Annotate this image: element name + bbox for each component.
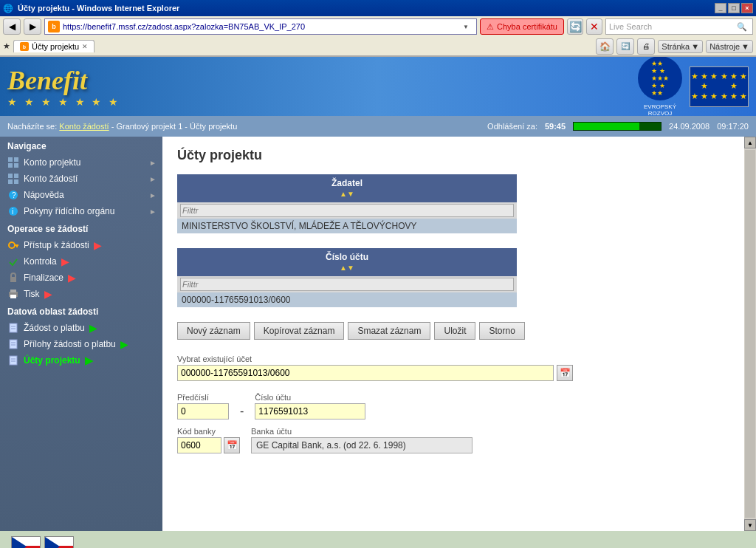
- doc-icon-3: [7, 355, 19, 366]
- sidebar-data-title: Datová oblast žádosti: [0, 302, 162, 320]
- url-text: https://benefit7.mssf.cz/zadost.aspx?zal…: [63, 22, 463, 31]
- calendar-icon: 📅: [560, 368, 571, 378]
- breadcrumb-date: 24.09.2008: [669, 122, 709, 131]
- scroll-down-button[interactable]: ▼: [744, 519, 756, 531]
- svg-rect-1: [14, 157, 18, 162]
- sidebar-label: Pokyny řídícího orgánu: [24, 206, 114, 216]
- cislo-uctu-filter-input[interactable]: [180, 278, 514, 291]
- title-bar: 🌐 Účty projektu - Windows Internet Explo…: [0, 0, 756, 16]
- form-section: Vybrat existující účet 📅 Předčíslí - Čís…: [177, 355, 729, 453]
- address-dropdown-arrow[interactable]: ▼: [463, 24, 473, 30]
- copy-record-button[interactable]: Kopírovat záznam: [254, 322, 345, 340]
- sort-arrows-icon[interactable]: ▲▼: [340, 190, 354, 198]
- sidebar-item-konto-projektu[interactable]: Konto projektu ►: [0, 154, 162, 171]
- sidebar-label: Konto žádostí: [24, 174, 78, 184]
- sidebar-item-kontrola[interactable]: Kontrola ▶: [0, 253, 162, 270]
- sidebar-label: Kontrola: [24, 256, 57, 267]
- sidebar-item-prilohy[interactable]: Přílohy žádosti o platbu ▶: [0, 336, 162, 352]
- sidebar-arrow-icon: ►: [149, 208, 157, 216]
- kod-banky-input[interactable]: [177, 437, 221, 453]
- select-account-input[interactable]: [177, 365, 554, 381]
- svg-rect-3: [14, 163, 18, 168]
- footer-bar: [0, 531, 756, 548]
- dash-separator: -: [240, 405, 244, 419]
- sidebar-item-konto-zadosti[interactable]: Konto žádostí ►: [0, 171, 162, 187]
- breadcrumb-item3: Účty projektu: [190, 122, 237, 131]
- sidebar-item-pristup[interactable]: Přístup k žádosti ▶: [0, 237, 162, 253]
- cislo-uctu-form-label: Číslo účtu: [255, 393, 365, 402]
- cert-error-button[interactable]: ⚠ Chyba certifikátu: [480, 18, 564, 35]
- cislo-uctu-input[interactable]: [255, 403, 365, 419]
- lock-icon: [7, 272, 19, 284]
- sidebar-item-zadost-platbu[interactable]: Žádost o platbu ▶: [0, 320, 162, 336]
- svg-text:i: i: [12, 208, 13, 216]
- scroll-up-button[interactable]: ▲: [744, 137, 756, 148]
- session-label: Odhlášení za:: [487, 122, 537, 131]
- page-header: Benefit ★ ★ ★ ★ ★ ★ ★ ★★★ ★★★★★ ★★★ EVRO…: [0, 57, 756, 116]
- predcisli-input[interactable]: [177, 403, 229, 419]
- sidebar-label: Finalizace: [24, 273, 63, 283]
- doc-icon: [7, 322, 19, 334]
- tab-close-button[interactable]: ✕: [82, 43, 88, 50]
- sidebar-item-napoveda[interactable]: ? Nápověda ►: [0, 187, 162, 203]
- sort-arrows-2-icon[interactable]: ▲▼: [340, 264, 354, 272]
- sidebar-item-ucty-projektu[interactable]: Účty projektu ▶: [0, 352, 162, 369]
- cert-error-label: Chyba certifikátu: [497, 22, 557, 31]
- forward-button[interactable]: ▶: [24, 18, 41, 35]
- refresh-small-button[interactable]: 🔄: [616, 38, 634, 55]
- new-record-button[interactable]: Nový záznam: [177, 322, 250, 340]
- page-title: Účty projektu: [177, 148, 729, 163]
- breadcrumb-link1[interactable]: Konto žádostí: [59, 122, 109, 131]
- favorites-star-button[interactable]: ★: [3, 41, 10, 51]
- close-button[interactable]: ×: [741, 3, 753, 13]
- action-buttons-row: Nový záznam Kopírovat záznam Smazat zázn…: [177, 322, 729, 340]
- zadatel-header: Žadatel ▲▼: [177, 174, 517, 202]
- session-progress-bar: [573, 122, 662, 131]
- sidebar-item-tisk[interactable]: Tisk ▶: [0, 286, 162, 302]
- svg-rect-19: [10, 323, 17, 332]
- page-menu-button[interactable]: Stránka ▼: [658, 40, 703, 53]
- cancel-button[interactable]: Storno: [479, 322, 524, 340]
- print-button[interactable]: 🖨: [637, 38, 655, 55]
- banka-uctu-label: Banka účtu: [251, 427, 472, 436]
- window-title: Účty projektu - Windows Internet Explore…: [18, 4, 179, 13]
- back-button[interactable]: ◀: [3, 18, 21, 35]
- sidebar-item-finalizace[interactable]: Finalizace ▶: [0, 270, 162, 286]
- bank-code-picker-button[interactable]: 📅: [224, 437, 240, 453]
- print-icon: [7, 288, 19, 300]
- address-bar[interactable]: b https://benefit7.mssf.cz/zadost.aspx?z…: [44, 18, 477, 35]
- sidebar-arrow-icon: ►: [149, 175, 157, 183]
- content-area: Účty projektu Žadatel ▲▼ MINISTERSTVO ŠK…: [162, 137, 744, 531]
- save-button[interactable]: Uložit: [434, 322, 475, 340]
- predcisli-label: Předčíslí: [177, 393, 229, 402]
- tools-menu-button[interactable]: Nástroje ▼: [706, 40, 753, 53]
- svg-rect-15: [10, 277, 16, 282]
- maximize-button[interactable]: □: [728, 3, 740, 13]
- browser-tab[interactable]: b Účty projektu ✕: [13, 40, 94, 52]
- check-icon: [7, 256, 19, 267]
- minimize-button[interactable]: _: [715, 3, 726, 13]
- sidebar-red-arrow-icon: ▶: [61, 256, 69, 267]
- sidebar-label: Přílohy žádosti o platbu: [24, 339, 116, 349]
- calendar-button[interactable]: 📅: [557, 365, 573, 381]
- doc-icon-2: [7, 338, 19, 350]
- delete-record-button[interactable]: Smazat záznam: [348, 322, 430, 340]
- scrollbar[interactable]: ▲ ▼: [744, 137, 756, 531]
- stop-button[interactable]: ✕: [586, 18, 602, 35]
- sidebar-arrow-icon: ►: [149, 159, 157, 167]
- refresh-button[interactable]: 🔄: [567, 18, 583, 35]
- svg-point-12: [9, 242, 15, 248]
- svg-rect-2: [8, 163, 13, 168]
- tools-menu-label: Nástroje: [709, 42, 740, 51]
- czech-flag-1: [11, 536, 41, 548]
- zadatel-value: MINISTERSTVO ŠKOLSTVÍ, MLÁDEŽE A TĚLOVÝC…: [177, 219, 517, 233]
- help-icon: ?: [7, 189, 19, 201]
- zadatel-filter-input[interactable]: [180, 204, 514, 217]
- search-button[interactable]: 🔍: [735, 22, 749, 32]
- home-button[interactable]: 🏠: [596, 38, 614, 55]
- sidebar-item-pokyny[interactable]: i Pokyny řídícího orgánu ►: [0, 203, 162, 219]
- benefit-logo: Benefit: [7, 65, 120, 96]
- key-icon: [7, 239, 19, 251]
- search-bar[interactable]: Live Search 🔍: [605, 18, 753, 35]
- svg-rect-25: [10, 356, 17, 365]
